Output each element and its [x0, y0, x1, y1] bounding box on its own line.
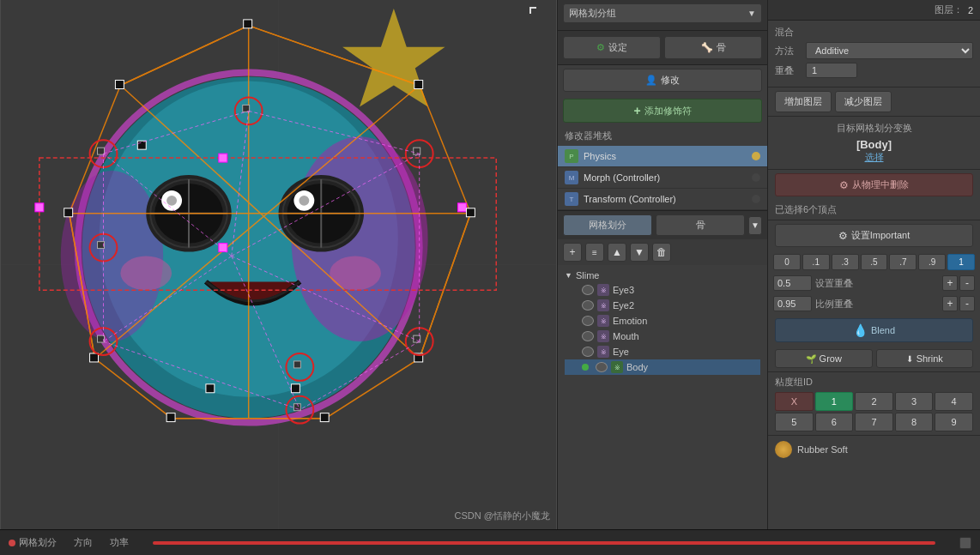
scale-weight-minus[interactable]: -: [959, 296, 975, 311]
panel-dropdown-header[interactable]: 网格划分组 ▼: [563, 3, 762, 23]
mesh-dropdown[interactable]: ▼: [748, 216, 762, 235]
weight-btn-0[interactable]: 0: [773, 254, 801, 270]
bottom-mesh-item: 网格划分: [9, 536, 57, 549]
target-section: 目标网格划分变换 [Body] 选择: [768, 117, 980, 170]
physics-status-dot: [752, 152, 760, 160]
svg-rect-51: [291, 384, 299, 393]
tree-item-mouth[interactable]: ※ Mouth: [565, 329, 760, 344]
bottom-power-label: 功率: [110, 536, 129, 549]
set-weight-row: 设置重叠 + -: [768, 274, 980, 293]
delete-tool-button[interactable]: 🗑: [652, 243, 671, 262]
bottom-mesh-label: 网格划分: [19, 536, 57, 549]
stickiness-grid: X 1 2 3 4 5 6 7 8 9: [775, 392, 973, 431]
weight-input[interactable]: [806, 63, 857, 78]
shrink-button[interactable]: ⬇ Shrink: [876, 349, 974, 368]
important-button[interactable]: ⚙ 设置Important: [775, 224, 973, 247]
method-row: 方法 Additive Normal: [775, 42, 973, 59]
modifier-physics[interactable]: P Physics: [558, 146, 767, 167]
tree-item-eye[interactable]: ※ Eye: [565, 344, 760, 359]
svg-rect-67: [293, 361, 300, 368]
eye-icon: ※: [597, 346, 609, 358]
scale-weight-plus[interactable]: +: [942, 296, 958, 311]
body-label: Body: [626, 362, 648, 372]
stickiness-row-1: X 1 2 3 4: [775, 392, 973, 411]
grow-button[interactable]: 🌱 Grow: [775, 349, 873, 368]
mesh-tab[interactable]: 网格划分: [563, 214, 652, 236]
eye2-label: Eye2: [613, 300, 634, 311]
down-tool-button[interactable]: ▼: [630, 243, 649, 262]
stickiness-section: 粘度组ID X 1 2 3 4 5 6 7 8 9: [768, 371, 980, 435]
method-select[interactable]: Additive Normal: [806, 42, 973, 59]
weight-btn-03[interactable]: .3: [832, 254, 859, 270]
stickiness-label: 粘度组ID: [775, 376, 973, 389]
stickiness-btn-9[interactable]: 9: [935, 413, 973, 431]
set-weight-input[interactable]: [773, 275, 812, 291]
viewport: ✕ 图层： 2: [0, 0, 558, 529]
add-tool-button[interactable]: +: [563, 243, 582, 262]
stickiness-btn-6[interactable]: 6: [815, 413, 854, 431]
modifier-transform[interactable]: T Transform (Controller): [558, 189, 767, 210]
tree-item-emotion[interactable]: ※ Emotion: [565, 313, 760, 329]
tree-view: ▼ Slime ※ Eye3 ※ Eye2: [558, 265, 767, 529]
remove-button[interactable]: ⚙ 从物理中删除: [775, 173, 973, 196]
set-weight-minus[interactable]: -: [959, 275, 975, 291]
tree-item-eye3[interactable]: ※ Eye3: [565, 282, 760, 298]
tree-item-body[interactable]: ※ Body: [565, 359, 760, 375]
transform-name: Transform (Controller): [584, 194, 747, 204]
decrease-layer-button[interactable]: 减少图层: [835, 91, 892, 112]
set-weight-controls: + -: [942, 275, 975, 291]
eye2-icon: ※: [597, 299, 609, 311]
stickiness-x-button[interactable]: X: [775, 392, 814, 411]
svg-point-12: [166, 196, 177, 206]
svg-rect-52: [206, 384, 215, 393]
svg-rect-45: [320, 413, 329, 422]
svg-rect-37: [35, 203, 44, 212]
select-label[interactable]: 选择: [775, 151, 973, 164]
stickiness-btn-3[interactable]: 3: [895, 392, 934, 411]
stickiness-btn-1[interactable]: 1: [815, 392, 854, 411]
scale-weight-input[interactable]: [773, 296, 812, 311]
stickiness-btn-8[interactable]: 8: [895, 413, 934, 431]
mesh-section: 网格划分 骨 ▼ + ≡ ▲ ▼ 🗑 ▼ Slime: [558, 210, 767, 529]
eye2-visibility: [582, 300, 594, 311]
svg-rect-61: [98, 148, 105, 154]
weight-btn-09[interactable]: .9: [918, 254, 946, 270]
weight-btn-01[interactable]: .1: [802, 254, 830, 270]
morph-name: Morph (Controller): [584, 172, 747, 183]
increase-layer-button[interactable]: 增加图层: [775, 91, 832, 112]
target-label: 目标网格划分变换: [775, 122, 973, 135]
bone-tab[interactable]: 🦴 骨: [664, 36, 762, 59]
stickiness-btn-2[interactable]: 2: [855, 392, 893, 411]
bottom-bar: 网格划分 方向 功率: [0, 529, 980, 555]
eye-label: Eye: [613, 347, 629, 357]
layer-buttons: 增加图层 减少图层: [768, 87, 980, 117]
physics-name: Physics: [584, 151, 747, 161]
body-icon: ※: [611, 361, 623, 373]
tree-group-header[interactable]: ▼ Slime: [565, 268, 760, 282]
bone-mesh-tab[interactable]: 骨: [656, 214, 745, 236]
set-weight-plus[interactable]: +: [942, 275, 958, 291]
blend-button[interactable]: 💧 Blend: [775, 318, 973, 342]
blend-title: 混合: [775, 26, 973, 39]
mesh-tools: + ≡ ▲ ▼ 🗑: [558, 239, 767, 265]
settings-tab[interactable]: ⚙ 设定: [563, 36, 661, 59]
up-tool-button[interactable]: ▲: [608, 243, 626, 262]
weight-btn-07[interactable]: .7: [889, 254, 916, 270]
physics-icon: P: [565, 149, 578, 163]
cursor-indicator: [529, 7, 536, 14]
stickiness-btn-7[interactable]: 7: [855, 413, 893, 431]
add-modifier-button[interactable]: + 添加修饰符: [563, 99, 762, 123]
stickiness-btn-5[interactable]: 5: [775, 413, 814, 431]
stickiness-btn-4[interactable]: 4: [935, 392, 973, 411]
settings-icon: ⚙: [596, 42, 605, 53]
weight-btn-1[interactable]: 1: [947, 254, 975, 270]
modifier-list: P Physics M Morph (Controller) T Transfo…: [558, 146, 767, 210]
canvas-svg: [0, 0, 557, 529]
tree-item-eye2[interactable]: ※ Eye2: [565, 298, 760, 313]
modify-button[interactable]: 👤 修改: [563, 69, 762, 92]
weight-btn-05[interactable]: .5: [861, 254, 888, 270]
morph-status-dot: [752, 173, 760, 182]
group-tool-button[interactable]: ≡: [585, 243, 604, 262]
bottom-corner-icon[interactable]: [959, 537, 971, 549]
modifier-morph[interactable]: M Morph (Controller): [558, 167, 767, 189]
